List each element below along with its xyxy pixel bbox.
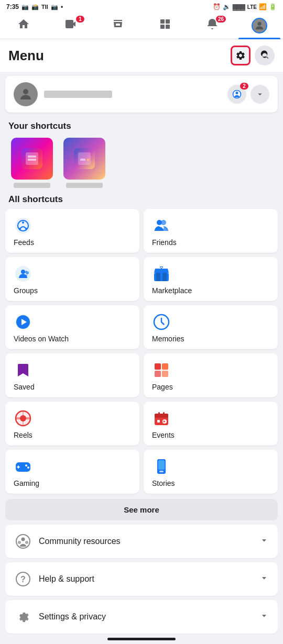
profile-badge-count: 2 <box>240 83 248 90</box>
help-chevron <box>259 573 269 586</box>
avatar <box>14 82 38 106</box>
shortcuts-row <box>0 138 283 192</box>
nav-video[interactable]: 1 <box>50 18 92 39</box>
svg-point-7 <box>23 89 28 94</box>
menu-card-events[interactable]: Events <box>144 402 278 446</box>
settings-button[interactable] <box>231 46 251 65</box>
video-badge: 1 <box>76 16 84 23</box>
settings-left: Settings & privacy <box>14 607 106 626</box>
help-icon: ? <box>14 570 32 589</box>
community-chevron <box>259 535 269 548</box>
svg-rect-47 <box>155 414 168 418</box>
svg-point-25 <box>157 220 162 225</box>
feeds-icon <box>14 216 32 235</box>
svg-rect-2 <box>160 19 165 24</box>
nav-profile[interactable] <box>238 18 280 39</box>
notifications-badge: 26 <box>216 16 226 23</box>
svg-rect-17 <box>80 159 85 161</box>
shortcuts-section: Your shortcuts <box>0 117 283 138</box>
svg-rect-31 <box>162 273 167 281</box>
svg-rect-49 <box>163 412 165 415</box>
gaming-icon <box>14 457 32 476</box>
stories-icon <box>152 457 171 476</box>
svg-point-56 <box>25 464 27 467</box>
home-icon <box>17 18 30 34</box>
shortcut-item-1[interactable] <box>8 138 56 188</box>
marketplace-nav-icon <box>112 18 124 34</box>
top-nav: 1 26 <box>0 14 283 39</box>
search-button[interactable] <box>255 46 275 65</box>
signal-strength-icon: 📶 <box>259 3 267 10</box>
community-label: Community resources <box>39 537 121 546</box>
nav-home[interactable] <box>3 18 45 39</box>
menu-card-gaming[interactable]: Gaming <box>5 450 139 494</box>
reels-label: Reels <box>14 431 131 439</box>
svg-rect-14 <box>28 156 36 158</box>
menu-card-videos[interactable]: Videos on Watch <box>5 305 139 349</box>
menu-grid: Feeds Friends Gr <box>0 209 283 494</box>
menu-card-memories[interactable]: Memories <box>144 305 278 349</box>
shortcut-thumb-2 <box>63 138 105 180</box>
header-actions <box>231 46 275 65</box>
menu-card-pages[interactable]: Pages <box>144 353 278 397</box>
bottom-bar <box>0 634 283 643</box>
svg-rect-4 <box>160 25 165 29</box>
gaming-label: Gaming <box>14 479 131 487</box>
profile-card[interactable]: 2 <box>5 76 278 113</box>
svg-point-23 <box>25 228 27 230</box>
shortcut-label-1 <box>14 183 50 188</box>
menu-card-marketplace[interactable]: Marketplace <box>144 257 278 301</box>
help-support-section[interactable]: ? Help & support <box>5 562 278 596</box>
page-title: Menu <box>8 48 44 64</box>
nav-notifications[interactable]: 26 <box>191 18 233 39</box>
help-label: Help & support <box>39 574 94 584</box>
nav-marketplace[interactable] <box>97 18 139 39</box>
memories-label: Memories <box>152 335 269 343</box>
friends-label: Friends <box>152 238 269 247</box>
menu-card-saved[interactable]: Saved <box>5 353 139 397</box>
camera-icon: 📷 <box>21 4 29 10</box>
community-resources-section[interactable]: Community resources <box>5 525 278 558</box>
shortcut-item-2[interactable] <box>61 138 108 188</box>
svg-text:?: ? <box>20 575 26 584</box>
menu-card-stories[interactable]: Stories <box>144 450 278 494</box>
marketplace-label: Marketplace <box>152 286 269 295</box>
stories-label: Stories <box>152 479 269 487</box>
events-icon <box>152 409 171 428</box>
status-bar: 7:35 📷 📸 TII 📷 • ⏰ 🔉 ▓▓▓ LTE 📶 🔋 <box>0 0 283 14</box>
see-more-button[interactable]: See more <box>5 499 278 520</box>
pages-label: Pages <box>152 383 269 391</box>
settings-privacy-section[interactable]: Settings & privacy <box>5 600 278 634</box>
shortcuts-title: Your shortcuts <box>8 121 275 131</box>
help-left: ? Help & support <box>14 570 94 589</box>
profile-chevron[interactable] <box>251 85 269 104</box>
feeds-label: Feeds <box>14 238 131 247</box>
menu-card-groups[interactable]: Groups <box>5 257 139 301</box>
battery-icon: 🔋 <box>269 3 277 10</box>
volume-icon: 🔉 <box>223 3 231 10</box>
dot-icon: • <box>61 3 63 10</box>
memories-icon <box>152 313 171 331</box>
settings-label: Settings & privacy <box>39 612 106 621</box>
svg-point-22 <box>19 228 21 230</box>
svg-rect-48 <box>158 412 160 415</box>
menu-card-friends[interactable]: Friends <box>144 209 278 253</box>
profile-badge-wrap[interactable]: 2 <box>227 85 246 104</box>
menu-header: Menu <box>0 39 283 72</box>
community-left: Community resources <box>14 532 121 551</box>
svg-point-27 <box>21 270 25 274</box>
svg-rect-40 <box>162 371 168 377</box>
saved-label: Saved <box>14 383 131 391</box>
svg-rect-3 <box>166 19 170 24</box>
menu-card-feeds[interactable]: Feeds <box>5 209 139 253</box>
status-left: 7:35 📷 📸 TII 📷 • <box>6 3 63 10</box>
svg-rect-13 <box>28 159 36 161</box>
profile-avatar-nav <box>252 18 267 34</box>
menu-card-reels[interactable]: Reels <box>5 402 139 446</box>
profile-right: 2 <box>227 85 269 104</box>
pages-icon <box>152 361 171 380</box>
nav-pages[interactable] <box>144 18 186 39</box>
svg-rect-39 <box>155 371 161 377</box>
marketplace-icon <box>152 264 171 283</box>
svg-rect-60 <box>159 471 164 472</box>
